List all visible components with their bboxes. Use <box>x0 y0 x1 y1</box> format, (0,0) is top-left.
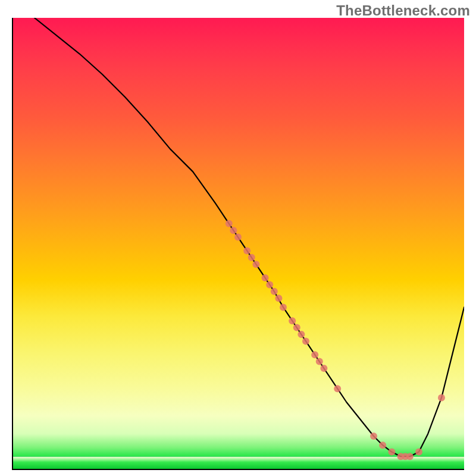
plot-area <box>12 18 464 470</box>
chart-root: TheBottleneck.com <box>0 0 476 476</box>
gradient-background <box>12 18 464 470</box>
attribution-label: TheBottleneck.com <box>336 2 470 19</box>
